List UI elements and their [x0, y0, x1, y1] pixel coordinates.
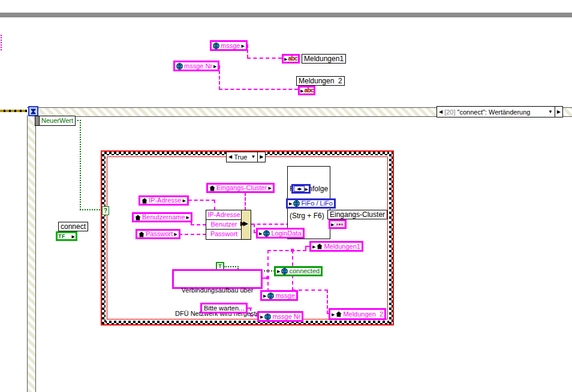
input-arrow-icon: ▶ — [263, 294, 266, 298]
input-arrow-icon: ▶ — [259, 231, 262, 236]
local-label: IP-Adresse — [149, 197, 181, 204]
input-arrow-icon: ▶ — [284, 57, 287, 61]
local-label: Eingangs-Cluster — [216, 185, 267, 191]
house-icon — [317, 243, 323, 249]
string-constant-bitte-warten[interactable]: Bitte warten... — [200, 303, 248, 313]
local-eingangs-cluster[interactable]: Eingangs-Cluster ▶ — [206, 183, 275, 193]
event-structure-left-border — [27, 115, 36, 392]
cluster-indicator-terminal[interactable]: ▶ — [329, 219, 347, 229]
output-arrow-icon: ▶ — [186, 215, 189, 219]
case-border-checker-right — [389, 152, 393, 324]
global-connected[interactable]: ▶ connected — [274, 266, 323, 276]
wire-left-edge — [1, 35, 2, 50]
chevron-right-icon[interactable]: ▶ — [555, 107, 561, 117]
wire — [214, 200, 215, 210]
hourglass-icon — [31, 108, 36, 114]
globe-icon — [263, 230, 270, 237]
string-abc-icon: abc — [304, 88, 314, 94]
global-label: FiFo / LiFo — [301, 200, 333, 207]
house-icon — [139, 231, 144, 237]
global-mssge-nr[interactable]: mssge Nr ▶ — [173, 61, 219, 71]
output-arrow-icon: ▶ — [182, 198, 185, 203]
label-line: (Strg + F6) — [290, 212, 328, 221]
wire-bool — [80, 209, 103, 210]
global-mssge-nr-write[interactable]: ▶ mssge Nr — [257, 311, 303, 322]
local-label: Benutzername — [142, 214, 185, 221]
wire — [245, 192, 246, 210]
local-meldungen2[interactable]: ▶ Meldungen 2 — [329, 308, 386, 320]
wire — [327, 290, 328, 314]
wire-bool — [224, 266, 239, 267]
output-arrow-icon: ▶ — [174, 232, 177, 236]
label-eingangs-cluster[interactable]: Eingangs-Cluster — [327, 210, 387, 219]
bundle-row: Passwort — [206, 230, 242, 239]
case-selector-terminal[interactable]: ? — [102, 206, 109, 215]
wire — [267, 250, 269, 292]
chevron-left-icon[interactable]: ◀ — [228, 155, 232, 159]
wire-junction — [266, 276, 269, 279]
string-constant-verbindung[interactable]: Verbindungsaufbau über DFÜ Netzwerk wird… — [172, 269, 263, 289]
global-logindata[interactable]: ▶ LoginData — [256, 228, 305, 239]
global-mssge-write[interactable]: ▶ mssge — [260, 290, 298, 301]
wire — [219, 89, 298, 90]
labview-block-diagram: ◀ [20] "connect": Wertänderung ▼ ▶ Neuer… — [0, 0, 572, 392]
local-ip-adresse[interactable]: IP-Adresse ▶ — [139, 195, 189, 206]
wire-bool — [80, 120, 81, 210]
output-arrow-icon: ▶ — [305, 187, 308, 191]
chevron-left-icon[interactable]: ◀ — [439, 110, 442, 114]
bundle-row: Benutzer — [206, 220, 242, 230]
label-meldungen1[interactable]: Meldungen1 — [302, 54, 346, 64]
label-connect[interactable]: connect — [58, 222, 88, 231]
case-selector[interactable]: ◀ True ▼ ▶ — [226, 152, 266, 162]
boolean-terminal-connect[interactable]: TF ▶ — [56, 231, 77, 241]
wire-error — [0, 110, 28, 112]
case-border-checker-left — [102, 152, 106, 324]
slide-icon: ◀▶ — [294, 186, 305, 192]
local-label: Meldungen 2 — [343, 311, 383, 318]
output-arrow-icon: ▶ — [241, 44, 244, 48]
tf-glyph: TF — [58, 233, 65, 239]
wire-junction — [291, 249, 294, 252]
output-arrow-icon: ▶ — [213, 64, 216, 68]
house-icon — [336, 311, 342, 317]
house-icon — [142, 198, 147, 204]
local-label: Passwort — [146, 231, 173, 237]
event-data-field[interactable]: NeuerWert — [40, 116, 75, 125]
globe-icon — [293, 200, 300, 207]
globe-icon — [281, 268, 288, 275]
event-selector-label: "connect": Wertänderung — [457, 108, 531, 116]
local-label: Meldungen1 — [324, 243, 360, 250]
chevron-down-icon[interactable]: ▼ — [251, 155, 255, 159]
input-arrow-icon: ▶ — [332, 312, 335, 316]
global-fifo-lifo[interactable]: ▶ FiFo / LiFo — [286, 198, 336, 209]
chevron-right-icon[interactable]: ▶ — [257, 152, 263, 162]
label-meldungen2[interactable]: Meldungen 2 — [296, 76, 345, 86]
global-label: LoginData — [271, 230, 301, 237]
string-abc-icon: abc — [288, 56, 297, 62]
global-mssge[interactable]: mssge ▶ — [210, 40, 248, 51]
string-indicator-meldungen1[interactable]: ▶ abc — [282, 54, 300, 64]
local-passwort[interactable]: Passwort ▶ — [136, 229, 180, 239]
wire — [267, 250, 306, 251]
event-data-node[interactable]: NeuerWert — [35, 116, 76, 126]
bundle-arrows-icon: ▶▶ — [240, 221, 246, 227]
string-indicator-meldungen2[interactable]: ▶ abc — [298, 86, 315, 95]
output-arrow-icon: ▶ — [268, 186, 271, 190]
input-arrow-icon: ▶ — [312, 245, 315, 249]
house-icon — [209, 185, 215, 191]
output-arrow-icon: ▶ — [72, 234, 75, 239]
global-label: mssge — [221, 43, 240, 49]
event-data-scrollbar — [35, 116, 40, 125]
chevron-down-icon[interactable]: ▼ — [548, 110, 553, 114]
input-arrow-icon: ▶ — [260, 315, 263, 319]
case-selector-value: True — [234, 153, 247, 161]
string-line: Verbindungsaufbau über — [175, 287, 260, 294]
slide-control-terminal[interactable]: ◀▶ ▶ — [291, 184, 311, 194]
gray-divider-bar — [0, 13, 572, 17]
global-label: mssge Nr — [272, 313, 300, 320]
event-selector[interactable]: ◀ [20] "connect": Wertänderung ▼ ▶ — [436, 106, 563, 117]
globe-icon — [267, 293, 274, 299]
local-meldungen1[interactable]: ▶ Meldungen1 — [309, 241, 363, 252]
event-timeout-terminal[interactable] — [28, 106, 38, 116]
local-benutzername[interactable]: Benutzername ▶ — [132, 212, 192, 222]
